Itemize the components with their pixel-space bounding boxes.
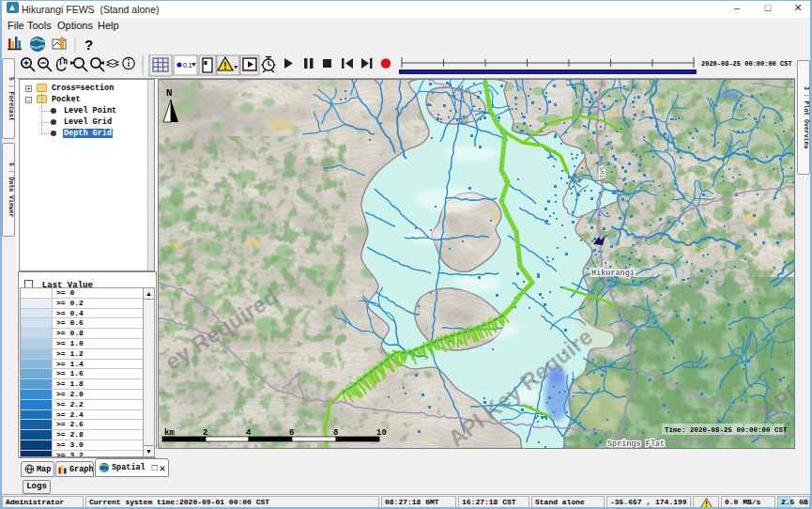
svg-text:Time: 2020-08-25 00:00:00 CST: Time: 2020-08-25 00:00:00 CST bbox=[665, 426, 788, 434]
svg-text:SH1: SH1 bbox=[598, 166, 605, 178]
svg-text:8: 8 bbox=[333, 428, 338, 438]
svg-text:4: 4 bbox=[246, 428, 252, 438]
svg-text:6: 6 bbox=[289, 428, 294, 438]
svg-text:km: km bbox=[164, 428, 175, 438]
svg-text:Springs Flat: Springs Flat bbox=[607, 440, 665, 449]
svg-text:N: N bbox=[166, 87, 173, 99]
svg-text:0.1: 0.1 bbox=[183, 62, 192, 69]
svg-text:10: 10 bbox=[376, 428, 387, 438]
svg-text:?: ? bbox=[84, 37, 93, 53]
svg-text:Hikurangi: Hikurangi bbox=[591, 269, 635, 278]
svg-text:2: 2 bbox=[203, 428, 207, 438]
